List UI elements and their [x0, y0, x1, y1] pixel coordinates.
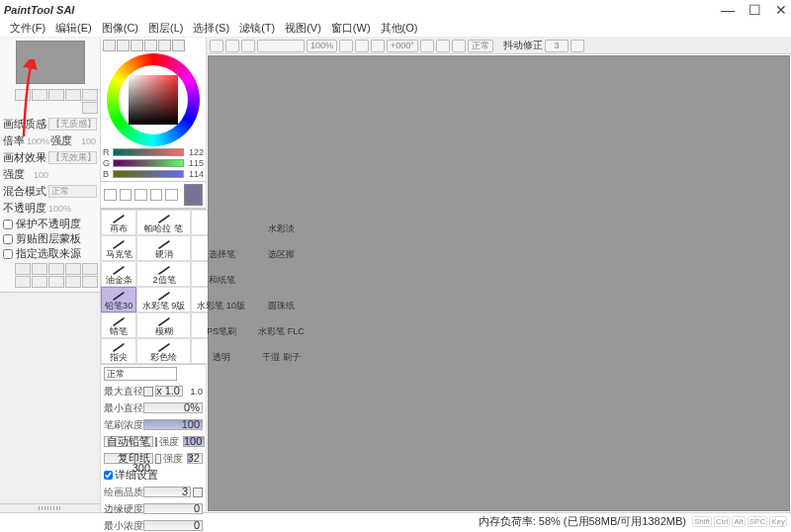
tb-btn[interactable] [210, 40, 223, 52]
nav-btn[interactable] [65, 89, 81, 101]
zoom-tool-icon[interactable] [165, 189, 178, 201]
menu-select[interactable]: 选择(S) [189, 20, 233, 37]
layer-btn[interactable] [15, 276, 31, 288]
nav-btn[interactable] [48, 89, 64, 101]
brush-cell[interactable]: 油金条 [101, 261, 136, 287]
layer-btn[interactable] [48, 263, 64, 275]
menu-view[interactable]: 视图(V) [281, 20, 325, 37]
layer-btn[interactable] [65, 276, 81, 288]
angle-display[interactable]: +000° [387, 40, 418, 52]
cb-clip[interactable]: 剪贴图层蒙板 [0, 231, 100, 246]
mode-hsv-icon[interactable] [131, 40, 143, 51]
menu-edit[interactable]: 编辑(E) [51, 20, 96, 37]
mind-slider[interactable]: 0 [143, 520, 203, 531]
stabilizer-value[interactable]: 3 [545, 40, 569, 52]
layer-list[interactable] [0, 292, 100, 503]
mode-mixer-icon[interactable] [144, 40, 157, 51]
tb-btn[interactable] [339, 40, 353, 52]
brush-cell[interactable]: 硬消 [136, 235, 191, 261]
layer-btn[interactable] [32, 276, 47, 288]
q-select[interactable]: 3 [143, 487, 191, 497]
edge-slider[interactable]: 0 [143, 503, 203, 514]
menu-layer[interactable]: 图层(L) [144, 20, 187, 37]
close-icon[interactable]: ✕ [775, 3, 787, 17]
blend-display[interactable]: 正常 [468, 40, 493, 52]
nav-btn[interactable] [82, 102, 98, 114]
nav-btn[interactable] [32, 89, 47, 101]
brush-cell[interactable]: 帕哈拉 笔 [136, 210, 191, 235]
effect-select[interactable]: 【无效果】 [48, 151, 97, 164]
layer-btn[interactable] [32, 263, 47, 275]
nav-btn[interactable] [15, 89, 31, 101]
tb-btn[interactable] [241, 40, 255, 52]
tb-btn[interactable] [571, 40, 584, 52]
adv-cb[interactable] [104, 471, 113, 480]
brush-cell[interactable]: 铅笔30 [101, 287, 136, 312]
brush-blend-select[interactable]: 正常 [104, 367, 177, 381]
canvas[interactable] [208, 55, 790, 511]
brush-cell[interactable]: 模糊 [136, 312, 191, 338]
layer-btn[interactable] [82, 276, 98, 288]
menu-other[interactable]: 其他(O) [377, 20, 422, 37]
blend-select[interactable]: 正常 [48, 185, 97, 198]
tex1-select[interactable]: 自动铅笔 [104, 436, 153, 447]
color-wheel[interactable] [107, 53, 200, 146]
tex2-select[interactable]: 复印纸300 [104, 453, 153, 464]
max-icon[interactable] [143, 387, 153, 397]
layer-btn[interactable] [15, 263, 31, 275]
move-tool-icon[interactable] [150, 189, 163, 201]
tb-btn[interactable] [452, 40, 466, 52]
advanced-toggle[interactable]: 详细设置 [101, 467, 206, 484]
menu-image[interactable]: 图像(C) [98, 20, 142, 37]
minimize-icon[interactable]: — [721, 3, 735, 17]
wand-tool-icon[interactable] [134, 189, 147, 201]
navigator-thumbnail[interactable] [16, 41, 85, 84]
tb-btn[interactable] [225, 40, 239, 52]
g-slider[interactable] [113, 159, 184, 167]
brush-cell[interactable]: 蜡笔 [101, 312, 136, 338]
lasso-tool-icon[interactable] [120, 189, 132, 201]
tex1s-slider[interactable]: 100 [183, 436, 205, 447]
brush-cell[interactable]: 指尖 [101, 338, 136, 364]
layer-btn[interactable] [65, 263, 81, 275]
tb-btn[interactable] [371, 40, 385, 52]
rgb-b[interactable]: B114 [103, 169, 204, 179]
paper-select[interactable]: 【无质感】 [48, 118, 97, 131]
layer-btn[interactable] [82, 263, 98, 275]
q-icon[interactable] [193, 488, 203, 497]
mode-swatch-icon[interactable] [158, 40, 171, 51]
color-swatch[interactable] [184, 184, 204, 206]
mode-scratch-icon[interactable] [172, 40, 185, 51]
b-slider[interactable] [113, 170, 184, 178]
cb-source[interactable]: 指定选取来源 [0, 246, 100, 261]
rgb-r[interactable]: R122 [103, 147, 204, 157]
brush-cell[interactable]: 2值笔 [136, 261, 191, 287]
mode-wheel-icon[interactable] [103, 40, 116, 51]
maximize-icon[interactable]: ☐ [748, 3, 761, 17]
brush-cell[interactable]: 画布 [101, 210, 136, 235]
layer-btn[interactable] [48, 276, 64, 288]
tb-btn[interactable] [420, 40, 434, 52]
cb-protect[interactable]: 保护不透明度 [0, 217, 100, 231]
dens-slider[interactable]: 100 [143, 419, 203, 430]
r-slider[interactable] [113, 148, 184, 156]
menu-file[interactable]: 文件(F) [6, 20, 49, 37]
panel-grip[interactable] [0, 503, 100, 512]
mode-rgb-icon[interactable] [117, 40, 130, 51]
cb-clip-input[interactable] [3, 234, 13, 244]
tex2s-slider[interactable]: 32 [187, 453, 203, 464]
tb-box[interactable] [257, 40, 305, 52]
tb-btn[interactable] [436, 40, 450, 52]
brush-cell[interactable]: 水彩笔 9版 [136, 287, 191, 312]
menu-window[interactable]: 窗口(W) [327, 20, 375, 37]
zoom-display[interactable]: 100% [307, 40, 337, 52]
brush-cell[interactable]: 彩色绘 [136, 338, 191, 364]
tex1-icon[interactable] [155, 437, 157, 447]
rgb-g[interactable]: G115 [103, 158, 204, 168]
menu-filter[interactable]: 滤镜(T) [235, 20, 279, 37]
max-slider[interactable]: x 1.0 [155, 386, 183, 397]
select-tool-icon[interactable] [104, 189, 117, 201]
min-slider[interactable]: 0% [143, 402, 203, 413]
tb-btn[interactable] [355, 40, 369, 52]
cb-source-input[interactable] [3, 249, 13, 259]
